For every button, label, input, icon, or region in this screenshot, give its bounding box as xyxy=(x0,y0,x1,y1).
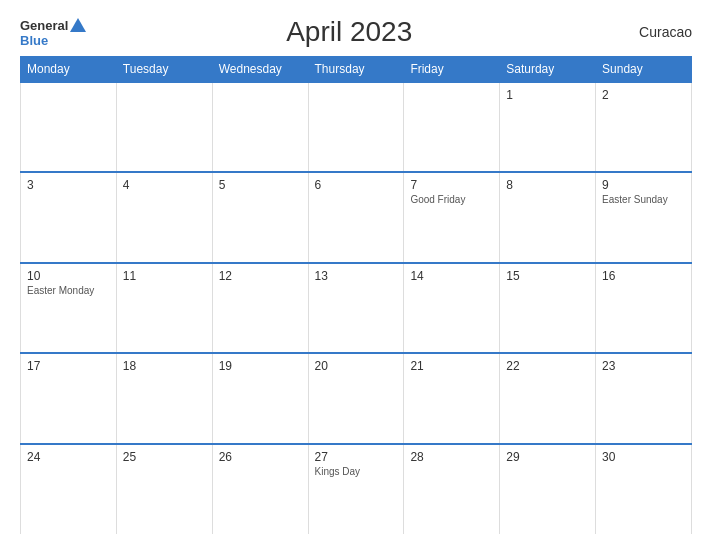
day-number: 2 xyxy=(602,88,685,102)
calendar-cell: 27Kings Day xyxy=(308,444,404,534)
day-number: 9 xyxy=(602,178,685,192)
calendar-cell: 8 xyxy=(500,172,596,262)
calendar-cell: 6 xyxy=(308,172,404,262)
calendar-table: Monday Tuesday Wednesday Thursday Friday… xyxy=(20,56,692,534)
header-monday: Monday xyxy=(21,57,117,83)
calendar-cell xyxy=(308,82,404,172)
header-thursday: Thursday xyxy=(308,57,404,83)
calendar-cell xyxy=(212,82,308,172)
calendar-page: General Blue April 2023 Curacao Monday T… xyxy=(0,0,712,550)
day-number: 5 xyxy=(219,178,302,192)
calendar-week-row: 34567Good Friday89Easter Sunday xyxy=(21,172,692,262)
calendar-header: General Blue April 2023 Curacao xyxy=(20,16,692,48)
day-number: 7 xyxy=(410,178,493,192)
calendar-cell: 15 xyxy=(500,263,596,353)
calendar-cell: 14 xyxy=(404,263,500,353)
logo-general: General xyxy=(20,19,68,32)
calendar-cell: 23 xyxy=(596,353,692,443)
calendar-cell: 22 xyxy=(500,353,596,443)
calendar-cell: 7Good Friday xyxy=(404,172,500,262)
day-number: 15 xyxy=(506,269,589,283)
day-number: 14 xyxy=(410,269,493,283)
day-number: 22 xyxy=(506,359,589,373)
calendar-cell xyxy=(116,82,212,172)
calendar-cell: 21 xyxy=(404,353,500,443)
logo-text-block: General Blue xyxy=(20,18,86,47)
day-number: 8 xyxy=(506,178,589,192)
region-label: Curacao xyxy=(612,24,692,40)
day-event: Easter Monday xyxy=(27,285,110,296)
logo-blue: Blue xyxy=(20,34,86,47)
day-number: 23 xyxy=(602,359,685,373)
header-sunday: Sunday xyxy=(596,57,692,83)
calendar-cell: 20 xyxy=(308,353,404,443)
calendar-cell: 10Easter Monday xyxy=(21,263,117,353)
day-number: 3 xyxy=(27,178,110,192)
calendar-week-row: 10Easter Monday111213141516 xyxy=(21,263,692,353)
calendar-cell: 26 xyxy=(212,444,308,534)
calendar-title: April 2023 xyxy=(86,16,612,48)
calendar-cell xyxy=(404,82,500,172)
header-wednesday: Wednesday xyxy=(212,57,308,83)
day-number: 10 xyxy=(27,269,110,283)
calendar-cell: 4 xyxy=(116,172,212,262)
day-number: 20 xyxy=(315,359,398,373)
header-tuesday: Tuesday xyxy=(116,57,212,83)
day-number: 21 xyxy=(410,359,493,373)
day-number: 27 xyxy=(315,450,398,464)
day-number: 24 xyxy=(27,450,110,464)
calendar-cell: 30 xyxy=(596,444,692,534)
day-number: 12 xyxy=(219,269,302,283)
header-friday: Friday xyxy=(404,57,500,83)
calendar-cell: 19 xyxy=(212,353,308,443)
logo: General Blue xyxy=(20,18,86,47)
calendar-cell: 3 xyxy=(21,172,117,262)
day-event: Kings Day xyxy=(315,466,398,477)
day-number: 11 xyxy=(123,269,206,283)
day-number: 19 xyxy=(219,359,302,373)
weekday-header-row: Monday Tuesday Wednesday Thursday Friday… xyxy=(21,57,692,83)
calendar-cell: 24 xyxy=(21,444,117,534)
day-number: 18 xyxy=(123,359,206,373)
calendar-cell: 1 xyxy=(500,82,596,172)
day-number: 26 xyxy=(219,450,302,464)
day-number: 17 xyxy=(27,359,110,373)
day-number: 4 xyxy=(123,178,206,192)
calendar-cell: 17 xyxy=(21,353,117,443)
calendar-cell: 11 xyxy=(116,263,212,353)
day-number: 13 xyxy=(315,269,398,283)
calendar-cell: 29 xyxy=(500,444,596,534)
calendar-cell: 12 xyxy=(212,263,308,353)
day-number: 29 xyxy=(506,450,589,464)
day-number: 6 xyxy=(315,178,398,192)
calendar-cell: 28 xyxy=(404,444,500,534)
calendar-cell: 18 xyxy=(116,353,212,443)
calendar-cell: 13 xyxy=(308,263,404,353)
day-number: 28 xyxy=(410,450,493,464)
day-number: 1 xyxy=(506,88,589,102)
calendar-cell: 9Easter Sunday xyxy=(596,172,692,262)
calendar-cell: 16 xyxy=(596,263,692,353)
calendar-week-row: 12 xyxy=(21,82,692,172)
day-number: 30 xyxy=(602,450,685,464)
calendar-cell xyxy=(21,82,117,172)
logo-triangle-icon xyxy=(70,18,86,32)
header-saturday: Saturday xyxy=(500,57,596,83)
calendar-cell: 2 xyxy=(596,82,692,172)
day-event: Good Friday xyxy=(410,194,493,205)
calendar-week-row: 17181920212223 xyxy=(21,353,692,443)
day-event: Easter Sunday xyxy=(602,194,685,205)
calendar-week-row: 24252627Kings Day282930 xyxy=(21,444,692,534)
day-number: 25 xyxy=(123,450,206,464)
calendar-cell: 25 xyxy=(116,444,212,534)
day-number: 16 xyxy=(602,269,685,283)
calendar-cell: 5 xyxy=(212,172,308,262)
